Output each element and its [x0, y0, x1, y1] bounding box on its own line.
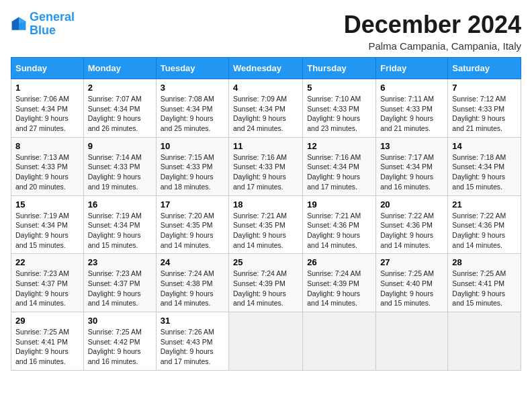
calendar-cell: 10Sunrise: 7:15 AMSunset: 4:33 PMDayligh… [156, 137, 228, 195]
day-number: 6 [380, 83, 443, 93]
calendar-week-3: 15Sunrise: 7:19 AMSunset: 4:34 PMDayligh… [11, 195, 521, 254]
day-number: 25 [233, 257, 298, 267]
day-info: Sunrise: 7:25 AMSunset: 4:42 PMDaylight:… [88, 327, 152, 367]
calendar-cell: 23Sunrise: 7:23 AMSunset: 4:37 PMDayligh… [83, 254, 156, 312]
day-info: Sunrise: 7:24 AMSunset: 4:39 PMDaylight:… [233, 269, 298, 308]
calendar-cell: 22Sunrise: 7:23 AMSunset: 4:37 PMDayligh… [11, 254, 84, 312]
day-number: 19 [307, 199, 371, 210]
day-info: Sunrise: 7:08 AMSunset: 4:34 PMDaylight:… [161, 94, 224, 134]
day-number: 18 [233, 199, 298, 210]
calendar-cell: 13Sunrise: 7:17 AMSunset: 4:34 PMDayligh… [376, 137, 448, 195]
calendar-cell: 3Sunrise: 7:08 AMSunset: 4:34 PMDaylight… [156, 79, 228, 138]
day-info: Sunrise: 7:26 AMSunset: 4:43 PMDaylight:… [161, 327, 224, 367]
calendar-cell: 1Sunrise: 7:06 AMSunset: 4:34 PMDaylight… [11, 79, 84, 138]
calendar-week-2: 8Sunrise: 7:13 AMSunset: 4:33 PMDaylight… [11, 137, 521, 195]
day-number: 7 [452, 83, 517, 93]
calendar-cell [448, 312, 521, 371]
title-area: December 2024 Palma Campania, Campania, … [344, 11, 521, 52]
calendar-cell: 30Sunrise: 7:25 AMSunset: 4:42 PMDayligh… [83, 312, 156, 371]
calendar-cell: 31Sunrise: 7:26 AMSunset: 4:43 PMDayligh… [156, 312, 228, 371]
logo-line1: General [30, 10, 75, 24]
day-number: 10 [161, 141, 224, 151]
calendar-cell [303, 312, 376, 371]
day-number: 13 [380, 141, 443, 151]
day-number: 24 [161, 257, 224, 267]
calendar-cell: 15Sunrise: 7:19 AMSunset: 4:34 PMDayligh… [11, 195, 84, 254]
calendar-cell: 9Sunrise: 7:14 AMSunset: 4:33 PMDaylight… [83, 137, 156, 195]
day-info: Sunrise: 7:16 AMSunset: 4:33 PMDaylight:… [233, 152, 298, 192]
calendar-table: SundayMondayTuesdayWednesdayThursdayFrid… [11, 57, 521, 371]
day-info: Sunrise: 7:06 AMSunset: 4:34 PMDaylight:… [15, 94, 79, 134]
calendar-cell: 25Sunrise: 7:24 AMSunset: 4:39 PMDayligh… [229, 254, 303, 312]
day-number: 5 [307, 83, 371, 93]
calendar-cell: 28Sunrise: 7:25 AMSunset: 4:41 PMDayligh… [448, 254, 521, 312]
day-number: 16 [88, 199, 152, 210]
calendar-cell: 4Sunrise: 7:09 AMSunset: 4:34 PMDaylight… [229, 79, 303, 138]
day-info: Sunrise: 7:14 AMSunset: 4:33 PMDaylight:… [88, 152, 152, 192]
logo-line2: Blue [30, 24, 56, 37]
day-info: Sunrise: 7:10 AMSunset: 4:33 PMDaylight:… [307, 94, 371, 134]
day-info: Sunrise: 7:25 AMSunset: 4:41 PMDaylight:… [15, 327, 79, 367]
header-cell-thursday: Thursday [303, 58, 376, 79]
calendar-cell: 19Sunrise: 7:21 AMSunset: 4:36 PMDayligh… [303, 195, 376, 254]
logo: General Blue [11, 11, 75, 38]
calendar-cell: 29Sunrise: 7:25 AMSunset: 4:41 PMDayligh… [11, 312, 84, 371]
day-number: 11 [233, 141, 298, 151]
day-info: Sunrise: 7:07 AMSunset: 4:34 PMDaylight:… [88, 94, 152, 134]
calendar-week-4: 22Sunrise: 7:23 AMSunset: 4:37 PMDayligh… [11, 254, 521, 312]
calendar-cell: 2Sunrise: 7:07 AMSunset: 4:34 PMDaylight… [83, 79, 156, 138]
day-info: Sunrise: 7:16 AMSunset: 4:34 PMDaylight:… [307, 152, 371, 192]
day-number: 3 [161, 83, 224, 93]
calendar-cell: 21Sunrise: 7:22 AMSunset: 4:36 PMDayligh… [448, 195, 521, 254]
header-cell-monday: Monday [83, 58, 156, 79]
calendar-cell [229, 312, 303, 371]
calendar-cell: 24Sunrise: 7:24 AMSunset: 4:38 PMDayligh… [156, 254, 228, 312]
day-info: Sunrise: 7:21 AMSunset: 4:36 PMDaylight:… [307, 211, 371, 250]
header-cell-tuesday: Tuesday [156, 58, 228, 79]
day-info: Sunrise: 7:11 AMSunset: 4:33 PMDaylight:… [380, 94, 443, 134]
calendar-cell: 17Sunrise: 7:20 AMSunset: 4:35 PMDayligh… [156, 195, 228, 254]
day-info: Sunrise: 7:24 AMSunset: 4:38 PMDaylight:… [161, 269, 224, 308]
day-info: Sunrise: 7:13 AMSunset: 4:33 PMDaylight:… [15, 152, 79, 192]
calendar-header: SundayMondayTuesdayWednesdayThursdayFrid… [11, 58, 521, 79]
svg-marker-1 [12, 17, 19, 30]
day-number: 8 [15, 141, 79, 151]
calendar-cell: 5Sunrise: 7:10 AMSunset: 4:33 PMDaylight… [303, 79, 376, 138]
day-number: 9 [88, 141, 152, 151]
calendar-subtitle: Palma Campania, Campania, Italy [344, 40, 521, 52]
day-number: 17 [161, 199, 224, 210]
day-number: 22 [15, 257, 79, 267]
header: General Blue December 2024 Palma Campani… [11, 11, 521, 52]
calendar-cell: 12Sunrise: 7:16 AMSunset: 4:34 PMDayligh… [303, 137, 376, 195]
calendar-cell [376, 312, 448, 371]
day-number: 15 [15, 199, 79, 210]
day-info: Sunrise: 7:15 AMSunset: 4:33 PMDaylight:… [161, 152, 224, 192]
day-number: 21 [452, 199, 517, 210]
day-info: Sunrise: 7:21 AMSunset: 4:35 PMDaylight:… [233, 211, 298, 250]
header-cell-wednesday: Wednesday [229, 58, 303, 79]
day-number: 30 [88, 316, 152, 326]
logo-icon [11, 16, 27, 32]
logo-text: General Blue [30, 11, 75, 38]
calendar-cell: 11Sunrise: 7:16 AMSunset: 4:33 PMDayligh… [229, 137, 303, 195]
day-info: Sunrise: 7:19 AMSunset: 4:34 PMDaylight:… [88, 211, 152, 250]
calendar-cell: 20Sunrise: 7:22 AMSunset: 4:36 PMDayligh… [376, 195, 448, 254]
day-info: Sunrise: 7:23 AMSunset: 4:37 PMDaylight:… [88, 269, 152, 308]
calendar-cell: 16Sunrise: 7:19 AMSunset: 4:34 PMDayligh… [83, 195, 156, 254]
day-number: 31 [161, 316, 224, 326]
calendar-body: 1Sunrise: 7:06 AMSunset: 4:34 PMDaylight… [11, 79, 521, 371]
calendar-cell: 14Sunrise: 7:18 AMSunset: 4:34 PMDayligh… [448, 137, 521, 195]
calendar-week-1: 1Sunrise: 7:06 AMSunset: 4:34 PMDaylight… [11, 79, 521, 138]
calendar-cell: 18Sunrise: 7:21 AMSunset: 4:35 PMDayligh… [229, 195, 303, 254]
calendar-cell: 7Sunrise: 7:12 AMSunset: 4:33 PMDaylight… [448, 79, 521, 138]
day-number: 23 [88, 257, 152, 267]
day-number: 28 [452, 257, 517, 267]
day-number: 2 [88, 83, 152, 93]
day-number: 26 [307, 257, 371, 267]
calendar-cell: 27Sunrise: 7:25 AMSunset: 4:40 PMDayligh… [376, 254, 448, 312]
day-info: Sunrise: 7:17 AMSunset: 4:34 PMDaylight:… [380, 152, 443, 192]
header-cell-friday: Friday [376, 58, 448, 79]
header-row: SundayMondayTuesdayWednesdayThursdayFrid… [11, 58, 521, 79]
day-info: Sunrise: 7:25 AMSunset: 4:41 PMDaylight:… [452, 269, 517, 308]
calendar-week-5: 29Sunrise: 7:25 AMSunset: 4:41 PMDayligh… [11, 312, 521, 371]
